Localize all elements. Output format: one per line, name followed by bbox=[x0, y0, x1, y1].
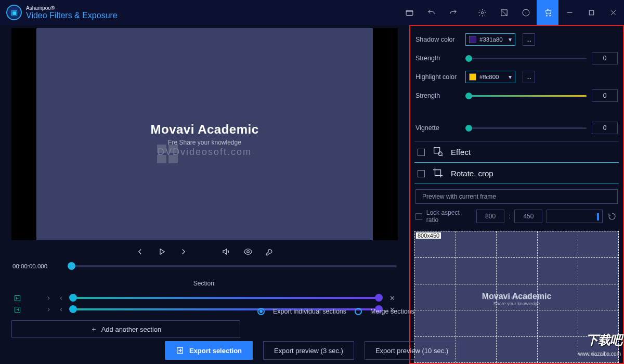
video-preview-frame: DVDvideosoft.com Movavi Academic Fre Sha… bbox=[11, 28, 398, 240]
export-individual-label: Export individual sections bbox=[273, 308, 346, 315]
crop-watermark-title: Movavi AcademicShare your knowledge bbox=[482, 292, 552, 306]
undo-button[interactable] bbox=[420, 0, 442, 25]
effect-checkbox[interactable] bbox=[418, 149, 425, 156]
export-preview-3-button[interactable]: Export preview (3 sec.) bbox=[263, 341, 354, 360]
shadow-swatch-icon bbox=[469, 36, 476, 43]
section-marker-out-icon[interactable] bbox=[12, 305, 22, 314]
settings-button[interactable] bbox=[471, 0, 493, 25]
effect-label: Effect bbox=[451, 148, 471, 157]
dimension-separator: : bbox=[509, 213, 510, 220]
shadow-color-label: Shadow color bbox=[415, 36, 460, 43]
export-selection-button[interactable]: Export selection bbox=[165, 341, 253, 360]
rotate-crop-label: Rotate, crop bbox=[451, 169, 493, 178]
lock-aspect-checkbox[interactable] bbox=[415, 213, 422, 220]
maximize-button[interactable] bbox=[580, 0, 602, 25]
export-icon bbox=[176, 346, 184, 355]
add-section-label: Add another section bbox=[101, 326, 162, 333]
crop-dimensions-badge: 800x450 bbox=[416, 232, 441, 239]
shadow-color-picker[interactable]: #331a80 ▾ bbox=[465, 33, 515, 46]
app-brand: Ashampoo® Video Filters & Exposure bbox=[26, 5, 118, 20]
svg-point-1 bbox=[481, 11, 483, 14]
minimize-button[interactable] bbox=[558, 0, 580, 25]
merge-sections-label: Merge sections bbox=[370, 308, 414, 315]
rotate-crop-checkbox[interactable] bbox=[418, 170, 425, 177]
crop-icon bbox=[432, 167, 444, 180]
site-watermark-logo: 下载吧 bbox=[586, 332, 622, 348]
crop-dimensions-row: Lock aspect ratio : bbox=[414, 208, 619, 229]
shadow-color-value: #331a80 bbox=[479, 36, 503, 43]
svg-point-11 bbox=[438, 152, 442, 155]
properties-panel: Shadow color #331a80 ▾ ... Strength 0 Hi… bbox=[409, 25, 624, 364]
reset-crop-button[interactable] bbox=[607, 211, 618, 222]
app-logo-icon: ▣ bbox=[6, 5, 22, 20]
preview-current-frame-button[interactable]: Preview with current frame bbox=[415, 189, 618, 204]
site-watermark-url: www.xiazaiba.com bbox=[578, 351, 621, 357]
play-button[interactable] bbox=[157, 246, 167, 257]
aspect-preset-select[interactable] bbox=[547, 210, 602, 223]
highlight-strength-slider[interactable] bbox=[465, 95, 587, 97]
remove-section-1-button[interactable]: ✕ bbox=[387, 293, 397, 303]
shadow-color-more-button[interactable]: ... bbox=[523, 33, 535, 46]
crop-width-input[interactable] bbox=[476, 210, 504, 223]
cart-button[interactable] bbox=[537, 0, 558, 25]
svg-point-7 bbox=[246, 251, 249, 253]
section-next-button-2[interactable] bbox=[57, 307, 64, 313]
section-label: Section: bbox=[11, 278, 398, 292]
tools-button[interactable] bbox=[265, 246, 275, 257]
chevron-down-icon: ▾ bbox=[509, 36, 512, 43]
left-pane: DVDvideosoft.com Movavi Academic Fre Sha… bbox=[0, 25, 409, 364]
highlight-color-more-button[interactable]: ... bbox=[523, 71, 535, 83]
section-range-1[interactable] bbox=[70, 297, 382, 299]
brand-small: Ashampoo® bbox=[26, 5, 118, 11]
svg-rect-0 bbox=[406, 10, 413, 15]
highlight-color-value: #ffc800 bbox=[479, 74, 499, 80]
section-marker-in-icon[interactable] bbox=[12, 293, 22, 303]
shadow-strength-slider[interactable] bbox=[465, 58, 587, 59]
svg-point-4 bbox=[546, 15, 547, 16]
vignette-label: Vignette bbox=[415, 124, 460, 132]
section-row-1: ✕ bbox=[11, 292, 398, 304]
volume-button[interactable] bbox=[221, 246, 231, 257]
prev-frame-button[interactable] bbox=[135, 246, 145, 257]
open-file-button[interactable] bbox=[398, 0, 420, 25]
shadow-strength-label: Strength bbox=[415, 55, 460, 62]
export-options: Export individual sections Merge section… bbox=[257, 308, 414, 315]
bottom-bar: Export selection Export preview (3 sec.)… bbox=[0, 337, 624, 364]
section-prev-button[interactable] bbox=[45, 295, 52, 301]
export-selection-label: Export selection bbox=[189, 347, 242, 355]
add-section-button[interactable]: ＋ Add another section bbox=[11, 320, 240, 338]
close-button[interactable] bbox=[602, 0, 624, 25]
info-button[interactable] bbox=[515, 0, 537, 25]
highlight-swatch-icon bbox=[469, 73, 476, 81]
section-prev-button-2[interactable] bbox=[45, 307, 52, 313]
chevron-down-icon: ▾ bbox=[509, 73, 512, 81]
highlight-color-picker[interactable]: #ffc800 ▾ bbox=[465, 71, 515, 83]
export-preview-10-button[interactable]: Export preview (10 sec.) bbox=[365, 341, 459, 360]
watermark-title: Movavi Academic bbox=[150, 122, 258, 137]
redo-button[interactable] bbox=[442, 0, 464, 25]
export-individual-radio[interactable] bbox=[257, 308, 265, 315]
player-controls bbox=[11, 240, 398, 261]
svg-rect-6 bbox=[589, 10, 594, 15]
theme-button[interactable] bbox=[493, 0, 515, 25]
video-preview[interactable]: DVDvideosoft.com Movavi Academic Fre Sha… bbox=[36, 28, 373, 240]
vignette-slider[interactable] bbox=[465, 127, 587, 129]
timecode: 00:00:00.000 bbox=[12, 263, 60, 269]
effect-panel-header[interactable]: Effect bbox=[414, 141, 619, 162]
shadow-strength-value[interactable]: 0 bbox=[592, 52, 618, 64]
timeline-slider[interactable] bbox=[68, 265, 397, 267]
next-frame-button[interactable] bbox=[178, 246, 189, 257]
highlight-strength-label: Strength bbox=[415, 92, 460, 99]
rotate-crop-panel-header[interactable]: Rotate, crop bbox=[414, 163, 619, 184]
lock-aspect-label: Lock aspect ratio bbox=[426, 209, 472, 224]
vignette-value[interactable]: 0 bbox=[592, 122, 618, 134]
crop-height-input[interactable] bbox=[514, 210, 542, 223]
section-next-button[interactable] bbox=[57, 295, 64, 301]
brand-big: Video Filters & Exposure bbox=[26, 11, 118, 20]
effect-icon bbox=[432, 146, 444, 159]
titlebar: ▣ Ashampoo® Video Filters & Exposure bbox=[0, 0, 624, 25]
highlight-color-label: Highlight color bbox=[415, 73, 460, 81]
highlight-strength-value[interactable]: 0 bbox=[592, 89, 618, 102]
preview-visibility-button[interactable] bbox=[243, 246, 253, 257]
merge-sections-radio[interactable] bbox=[355, 308, 362, 315]
